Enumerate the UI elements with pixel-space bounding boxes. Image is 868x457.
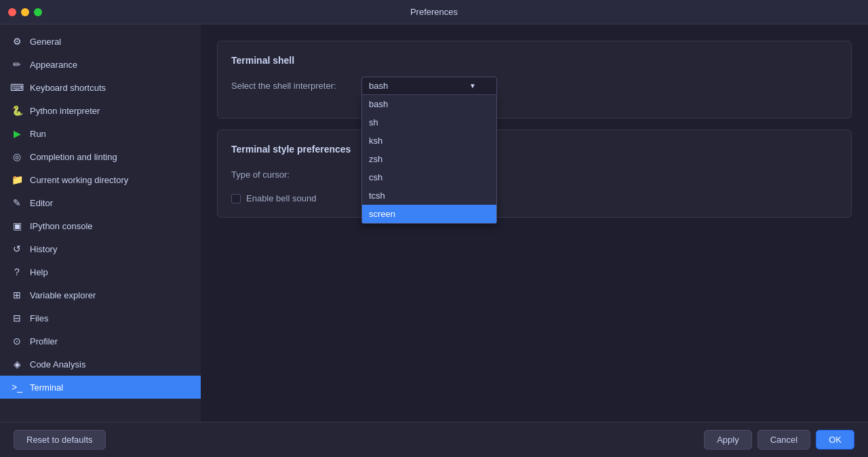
sidebar-item-python-interpreter[interactable]: 🐍Python interpreter [0, 99, 201, 122]
sidebar-item-completion-linting[interactable]: ◎Completion and linting [0, 145, 201, 168]
dropdown-selected-value: bash [369, 81, 388, 91]
sidebar-item-terminal[interactable]: >_Terminal [0, 376, 201, 399]
sidebar-item-appearance[interactable]: ✏Appearance [0, 53, 201, 76]
maximize-button[interactable] [34, 8, 42, 16]
variable-explorer-icon: ⊞ [11, 289, 23, 301]
content-area: Terminal shell Select the shell interpre… [201, 24, 868, 422]
dropdown-option-tcsh[interactable]: tcsh [362, 186, 496, 205]
traffic-lights [8, 8, 42, 16]
dropdown-option-bash[interactable]: bash [362, 95, 496, 113]
history-icon: ↺ [11, 243, 23, 255]
sidebar: ⚙General✏Appearance⌨Keyboard shortcuts🐍P… [0, 24, 201, 422]
bottom-bar: Reset to defaults Apply Cancel OK [0, 422, 868, 457]
terminal-label: Terminal [30, 382, 63, 393]
variable-explorer-label: Variable explorer [30, 290, 96, 300]
sidebar-item-profiler[interactable]: ⊙Profiler [0, 330, 201, 353]
bell-sound-label: Enable bell sound [246, 193, 316, 203]
ok-button[interactable]: OK [816, 430, 854, 450]
profiler-icon: ⊙ [11, 335, 23, 347]
current-working-directory-icon: 📁 [11, 174, 23, 186]
help-label: Help [30, 267, 48, 277]
python-interpreter-icon: 🐍 [11, 104, 23, 117]
sidebar-item-general[interactable]: ⚙General [0, 30, 201, 53]
minimize-button[interactable] [21, 8, 29, 16]
code-analysis-label: Code Analysis [30, 359, 85, 370]
title-bar: Preferences [0, 0, 868, 24]
history-label: History [30, 244, 57, 254]
dropdown-arrow-icon: ▼ [469, 82, 476, 90]
cursor-type-row: Type of cursor: block [231, 165, 837, 184]
cursor-type-label: Type of cursor: [231, 170, 353, 180]
sidebar-item-code-analysis[interactable]: ◈Code Analysis [0, 353, 201, 376]
code-analysis-icon: ◈ [11, 358, 23, 370]
bell-sound-row: Enable bell sound [231, 193, 837, 203]
current-working-directory-label: Current working directory [30, 175, 128, 185]
sidebar-item-history[interactable]: ↺History [0, 237, 201, 260]
dropdown-option-sh[interactable]: sh [362, 113, 496, 132]
terminal-shell-title: Terminal shell [231, 55, 837, 66]
main-layout: ⚙General✏Appearance⌨Keyboard shortcuts🐍P… [0, 24, 868, 422]
sidebar-item-help[interactable]: ?Help [0, 260, 201, 283]
help-icon: ? [11, 266, 23, 278]
sidebar-item-keyboard-shortcuts[interactable]: ⌨Keyboard shortcuts [0, 76, 201, 99]
sidebar-item-editor[interactable]: ✎Editor [0, 191, 201, 214]
ipython-console-label: IPython console [30, 221, 93, 231]
sidebar-item-files[interactable]: ⊟Files [0, 306, 201, 330]
close-button[interactable] [8, 8, 16, 16]
dropdown-option-ksh[interactable]: ksh [362, 132, 496, 150]
files-label: Files [30, 313, 48, 323]
appearance-label: Appearance [30, 60, 77, 70]
sidebar-item-run[interactable]: ▶Run [0, 122, 201, 145]
general-icon: ⚙ [11, 35, 23, 47]
editor-icon: ✎ [11, 197, 23, 209]
editor-label: Editor [30, 198, 53, 208]
files-icon: ⊟ [11, 312, 23, 324]
run-label: Run [30, 129, 46, 139]
sidebar-item-current-working-directory[interactable]: 📁Current working directory [0, 168, 201, 191]
terminal-style-section: Terminal style preferences Type of curso… [217, 130, 852, 218]
dropdown-option-screen[interactable]: screen [362, 205, 496, 223]
shell-interpreter-row: Select the shell interpreter: bash ▼ bas… [231, 77, 837, 95]
terminal-shell-section: Terminal shell Select the shell interpre… [217, 41, 852, 119]
completion-linting-label: Completion and linting [30, 152, 117, 162]
action-buttons: Apply Cancel OK [704, 430, 854, 450]
sidebar-item-ipython-console[interactable]: ▣IPython console [0, 214, 201, 237]
shell-interpreter-label: Select the shell interpreter: [231, 81, 353, 91]
window-title: Preferences [410, 7, 458, 17]
sidebar-item-variable-explorer[interactable]: ⊞Variable explorer [0, 283, 201, 306]
bell-sound-checkbox[interactable] [231, 194, 241, 203]
python-interpreter-label: Python interpreter [30, 106, 100, 116]
completion-linting-icon: ◎ [11, 151, 23, 163]
keyboard-shortcuts-icon: ⌨ [11, 81, 23, 94]
keyboard-shortcuts-label: Keyboard shortcuts [30, 83, 106, 93]
ipython-console-icon: ▣ [11, 220, 23, 232]
shell-interpreter-dropdown[interactable]: bash ▼ bashshkshzshcshtcshscreen [361, 77, 497, 95]
general-label: General [30, 37, 61, 47]
dropdown-display[interactable]: bash ▼ [361, 77, 497, 95]
terminal-icon: >_ [11, 381, 23, 393]
terminal-style-title: Terminal style preferences [231, 144, 837, 155]
cancel-button[interactable]: Cancel [757, 430, 810, 450]
dropdown-option-csh[interactable]: csh [362, 168, 496, 186]
apply-button[interactable]: Apply [704, 430, 752, 450]
dropdown-option-zsh[interactable]: zsh [362, 150, 496, 168]
run-icon: ▶ [11, 127, 23, 140]
reset-defaults-button[interactable]: Reset to defaults [14, 430, 106, 450]
appearance-icon: ✏ [11, 58, 23, 71]
profiler-label: Profiler [30, 336, 58, 346]
dropdown-list: bashshkshzshcshtcshscreen [361, 95, 497, 224]
